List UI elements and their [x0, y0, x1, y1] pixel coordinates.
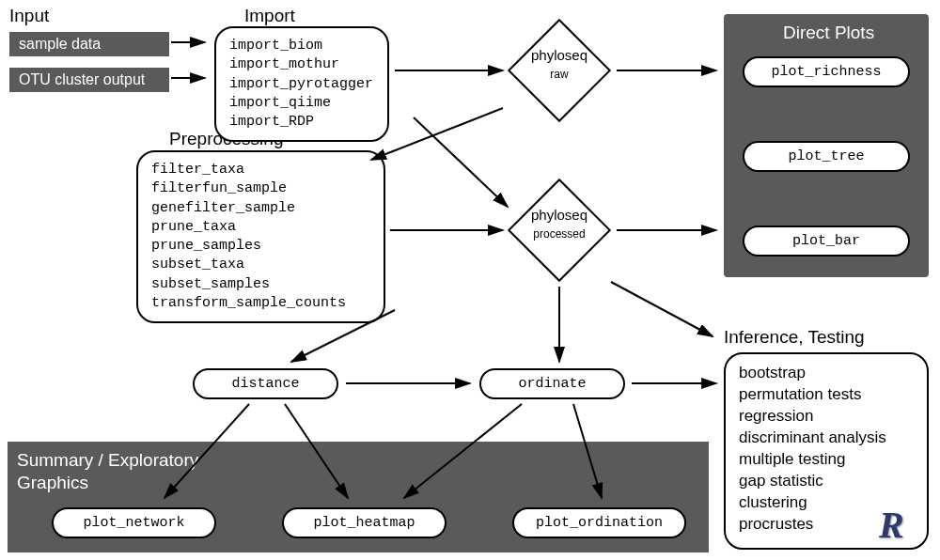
svg-line-5 — [371, 108, 503, 160]
svg-line-10 — [611, 282, 713, 336]
plot-network-pill: plot_network — [52, 507, 216, 538]
phyloseq-raw-node: phyloseq raw — [508, 19, 611, 122]
ordinate-pill: ordinate — [479, 368, 625, 399]
input-otu: OTU cluster output — [9, 68, 169, 92]
phyloseq-raw-title: phyloseq — [508, 47, 611, 63]
preprocessing-functions: filter_taxa filterfun_sample genefilter_… — [151, 161, 370, 313]
plot-heatmap-pill: plot_heatmap — [282, 507, 446, 538]
phyloseq-processed-node: phyloseq processed — [508, 179, 611, 282]
input-sample-data: sample data — [9, 32, 169, 56]
r-logo: R — [879, 503, 904, 547]
summary-heading: Summary / Exploratory Graphics — [17, 449, 198, 494]
direct-plots-heading: Direct Plots — [783, 23, 874, 43]
svg-line-4 — [414, 117, 508, 207]
plot-ordination-pill: plot_ordination — [512, 507, 686, 538]
preprocessing-box: filter_taxa filterfun_sample genefilter_… — [136, 150, 385, 323]
phyloseq-proc-sub: processed — [508, 227, 611, 241]
plot-tree-pill: plot_tree — [743, 141, 910, 172]
import-functions: import_biom import_mothur import_pyrotag… — [229, 37, 374, 132]
inference-heading: Inference, Testing — [724, 327, 865, 348]
import-heading: Import — [244, 6, 295, 26]
distance-pill: distance — [193, 368, 338, 399]
input-heading: Input — [9, 6, 49, 26]
phyloseq-proc-title: phyloseq — [508, 207, 611, 223]
plot-bar-pill: plot_bar — [743, 226, 910, 257]
plot-richness-pill: plot_richness — [743, 56, 910, 87]
phyloseq-raw-sub: raw — [508, 68, 611, 81]
import-box: import_biom import_mothur import_pyrotag… — [214, 26, 389, 142]
